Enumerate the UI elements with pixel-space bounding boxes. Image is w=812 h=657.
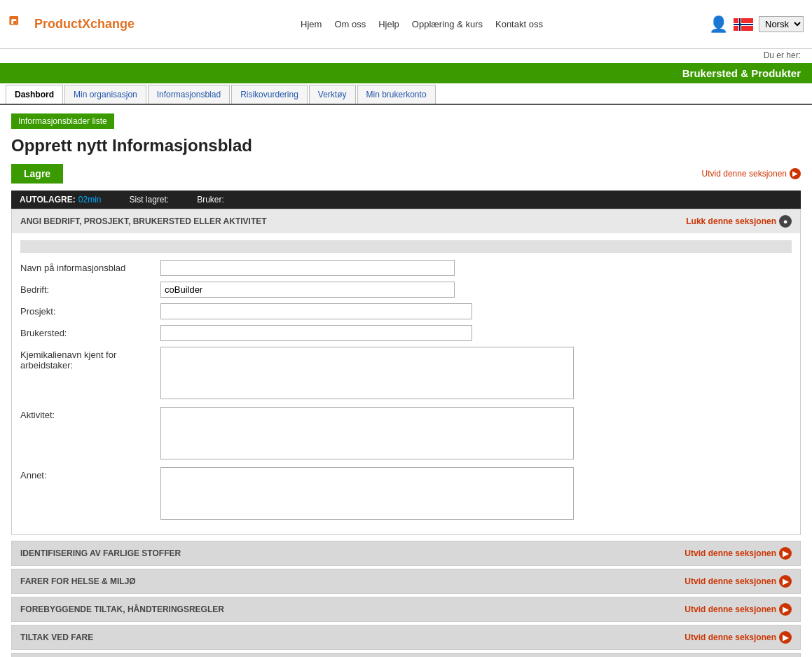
logo-part2: Xchange xyxy=(82,17,135,31)
form-row-kjemikalienavn: Kjemikalienavn kjent for arbeidstaker: xyxy=(20,347,792,401)
section1-title: ANGI BEDRIFT, PROSJEKT, BRUKERSTED ELLER… xyxy=(20,216,267,226)
kjemikalienavn-label: Kjemikalienavn kjent for arbeidstaker: xyxy=(20,347,160,371)
utvid-arrow-icon: ▶ xyxy=(790,168,801,179)
lukk-seksjonen-link[interactable]: Lukk denne seksjonen ● xyxy=(686,215,792,228)
location-label: Du er her: xyxy=(764,50,801,60)
sist-lagret-label: Sist lagret: xyxy=(129,195,169,205)
forebyggende-expand-icon: ▶ xyxy=(779,603,792,616)
main-nav: Hjem Om oss Hjelp Opplæring & kurs Konta… xyxy=(135,19,709,29)
autosave-label: AUTOLAGRE: xyxy=(20,195,76,205)
aktivitet-input-wrap xyxy=(160,407,792,462)
logo-area: ProductXchange xyxy=(8,11,135,38)
identifisering-expand[interactable]: Utvid denne seksjonen ▶ xyxy=(684,547,792,560)
logo-icon xyxy=(8,11,30,38)
tab-risikovurdering[interactable]: Risikovurdering xyxy=(231,85,308,104)
aktivitet-textarea[interactable] xyxy=(160,407,574,459)
annet-input-wrap xyxy=(160,467,792,522)
nav-kontakt[interactable]: Kontakt oss xyxy=(495,19,543,29)
brukersted-label: Brukersted: xyxy=(20,325,160,338)
section-farer-title: FARER FOR HELSE & MILJØ xyxy=(20,576,136,586)
section-forstehjelp: FØRSTEHJELP Utvid denne seksjonen ▶ xyxy=(11,653,801,657)
section-tiltak-header[interactable]: TILTAK VED FARE Utvid denne seksjonen ▶ xyxy=(12,625,800,649)
forebyggende-expand-label: Utvid denne seksjonen xyxy=(684,604,776,614)
svg-rect-2 xyxy=(13,21,16,24)
lukk-label: Lukk denne seksjonen xyxy=(686,216,776,226)
section1-header[interactable]: ANGI BEDRIFT, PROSJEKT, BRUKERSTED ELLER… xyxy=(12,209,800,233)
lagre-row: Lagre Utvid denne seksjonen ▶ xyxy=(11,164,801,184)
forebyggende-expand[interactable]: Utvid denne seksjonen ▶ xyxy=(684,603,792,616)
farer-expand[interactable]: Utvid denne seksjonen ▶ xyxy=(684,575,792,588)
autosave-time: 02min xyxy=(78,195,102,205)
identifisering-expand-icon: ▶ xyxy=(779,547,792,560)
header: ProductXchange Hjem Om oss Hjelp Opplæri… xyxy=(0,0,812,49)
bedrift-input-wrap xyxy=(160,282,792,298)
kjemikalienavn-textarea[interactable] xyxy=(160,347,574,399)
form-row-brukersted: Brukersted: xyxy=(20,325,792,341)
section-forebyggende-title: FOREBYGGENDE TILTAK, HÅNDTERINGSREGLER xyxy=(20,604,224,614)
svg-rect-7 xyxy=(734,24,753,25)
nav-omoss[interactable]: Om oss xyxy=(334,19,366,29)
utvid-seksjonen-link[interactable]: Utvid denne seksjonen ▶ xyxy=(702,168,801,179)
section-angi-bedrift: ANGI BEDRIFT, PROSJEKT, BRUKERSTED ELLER… xyxy=(11,209,801,535)
aktivitet-label: Aktivitet: xyxy=(20,407,160,420)
green-banner: Brukersted & Produkter xyxy=(0,63,812,83)
section-farer: FARER FOR HELSE & MILJØ Utvid denne seks… xyxy=(11,569,801,594)
tiltak-expand[interactable]: Utvid denne seksjonen ▶ xyxy=(684,631,792,644)
nav-opplaering[interactable]: Opplæring & kurs xyxy=(412,19,483,29)
tiltak-expand-icon: ▶ xyxy=(779,631,792,644)
form-row-bedrift: Bedrift: xyxy=(20,282,792,298)
navn-label: Navn på informasjonsblad xyxy=(20,260,160,273)
form-row-navn: Navn på informasjonsblad xyxy=(20,260,792,276)
section-identifisering-title: IDENTIFISERING AV FARLIGE STOFFER xyxy=(20,548,181,558)
prosjekt-label: Prosjekt: xyxy=(20,303,160,317)
tiltak-expand-label: Utvid denne seksjonen xyxy=(684,632,776,642)
nav-hjem[interactable]: Hjem xyxy=(301,19,322,29)
tab-dashbord[interactable]: Dashbord xyxy=(6,85,63,104)
lukk-icon: ● xyxy=(779,215,792,228)
utvid-label: Utvid denne seksjonen xyxy=(702,169,787,179)
lagre-button[interactable]: Lagre xyxy=(11,164,63,184)
breadcrumb-button[interactable]: Informasjonsblader liste xyxy=(11,113,114,129)
form-row-aktivitet: Aktivitet: xyxy=(20,407,792,462)
section-farer-header[interactable]: FARER FOR HELSE & MILJØ Utvid denne seks… xyxy=(12,569,800,593)
annet-textarea[interactable] xyxy=(160,467,574,520)
brukersted-input-wrap xyxy=(160,325,792,341)
bruker-label: Bruker: xyxy=(197,195,224,205)
flag-icon xyxy=(734,18,753,31)
farer-expand-label: Utvid denne seksjonen xyxy=(684,576,776,586)
section1-content: Navn på informasjonsblad Bedrift: Prosje… xyxy=(12,233,800,534)
tab-min-organisasjon[interactable]: Min organisasjon xyxy=(64,85,146,104)
logo-part1: Product xyxy=(34,17,82,31)
autosave-bar: AUTOLAGRE: 02min Sist lagret: Bruker: xyxy=(11,191,801,209)
banner-text: Brukersted & Produkter xyxy=(682,67,801,79)
user-icon: 👤 xyxy=(709,15,728,34)
section-identifisering-header[interactable]: IDENTIFISERING AV FARLIGE STOFFER Utvid … xyxy=(12,541,800,565)
page-title: Opprett nytt Informasjonsblad xyxy=(11,136,801,155)
prosjekt-input[interactable] xyxy=(160,303,472,319)
section-tiltak: TILTAK VED FARE Utvid denne seksjonen ▶ xyxy=(11,625,801,650)
logo-text: ProductXchange xyxy=(34,17,135,32)
location-bar: Du er her: xyxy=(0,49,812,63)
navn-input[interactable] xyxy=(160,260,455,276)
section-forstehjelp-header[interactable]: FØRSTEHJELP Utvid denne seksjonen ▶ xyxy=(12,653,800,657)
navn-input-wrap xyxy=(160,260,792,276)
tab-informasjonsblad[interactable]: Informasjonsblad xyxy=(148,85,230,104)
annet-label: Annet: xyxy=(20,467,160,480)
nav-hjelp[interactable]: Hjelp xyxy=(378,19,399,29)
tabs-bar: Dashbord Min organisasjon Informasjonsbl… xyxy=(0,85,812,105)
form-row-annet: Annet: xyxy=(20,467,792,522)
section-forebyggende-header[interactable]: FOREBYGGENDE TILTAK, HÅNDTERINGSREGLER U… xyxy=(12,597,800,621)
tab-verktoy[interactable]: Verktøy xyxy=(309,85,356,104)
farer-expand-icon: ▶ xyxy=(779,575,792,588)
bedrift-input[interactable] xyxy=(160,282,455,298)
section-forebyggende: FOREBYGGENDE TILTAK, HÅNDTERINGSREGLER U… xyxy=(11,597,801,622)
section-tiltak-title: TILTAK VED FARE xyxy=(20,632,93,642)
identifisering-expand-label: Utvid denne seksjonen xyxy=(684,548,776,558)
tab-min-brukerkonto[interactable]: Min brukerkonto xyxy=(357,85,436,104)
page-content: Informasjonsblader liste Opprett nytt In… xyxy=(0,105,812,657)
gray-strip xyxy=(20,240,792,253)
language-select[interactable]: Norsk xyxy=(759,16,804,32)
header-right: 👤 Norsk xyxy=(709,15,804,34)
brukersted-input[interactable] xyxy=(160,325,472,341)
section-identifisering: IDENTIFISERING AV FARLIGE STOFFER Utvid … xyxy=(11,541,801,566)
